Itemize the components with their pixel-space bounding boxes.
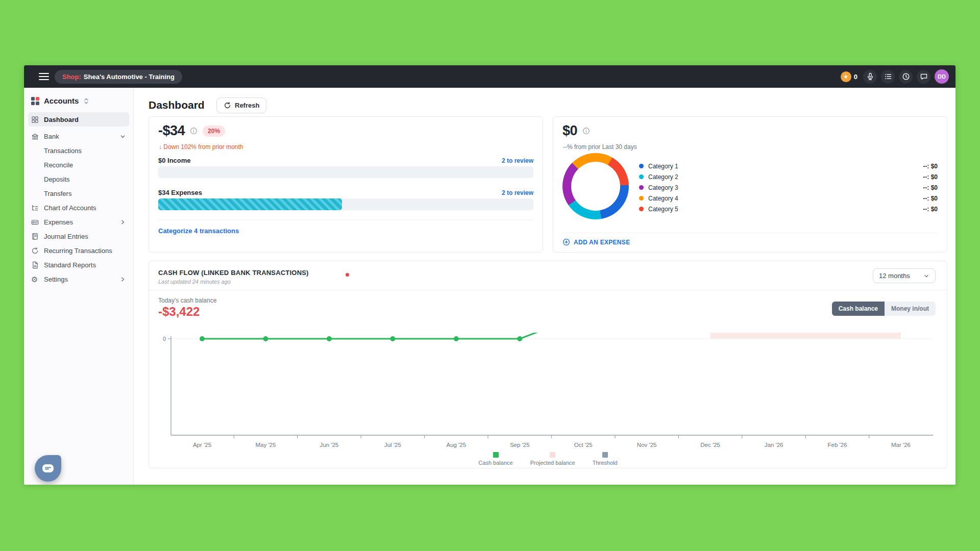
legend-item: Projected balance xyxy=(530,452,575,466)
income-review-link[interactable]: 2 to review xyxy=(502,157,533,164)
refresh-button[interactable]: Refresh xyxy=(216,97,266,113)
category-label: Category 1 xyxy=(648,163,678,170)
sidebar-item-settings[interactable]: ⚙Settings xyxy=(28,272,129,286)
category-dot xyxy=(639,196,644,201)
shop-selector[interactable]: Shop: Shea's Automotive - Training xyxy=(55,70,182,84)
clock-icon xyxy=(902,72,910,81)
page-title: Dashboard xyxy=(149,99,205,111)
topbar: Shop: Shea's Automotive - Training ★ 0 D… xyxy=(24,65,955,88)
legend-item: Cash balance xyxy=(478,452,512,466)
expense-subtitle: --% from prior Last 30 days xyxy=(563,143,637,151)
sidebar-item-label: Bank xyxy=(44,133,59,140)
sidebar-item-journal-entries[interactable]: Journal Entries xyxy=(28,229,129,243)
refresh-icon xyxy=(31,247,39,255)
expenses-review-link[interactable]: 2 to review xyxy=(502,189,533,196)
hamburger-menu-icon[interactable] xyxy=(39,73,49,80)
gear-icon: ⚙ xyxy=(31,276,39,283)
category-row: Category 1--: $0 xyxy=(639,161,938,171)
category-row: Category 3--: $0 xyxy=(639,182,938,193)
sidebar-item-chart-of-accounts[interactable]: Chart of Accounts xyxy=(28,201,129,215)
trend-text: ↓ Down 102% from prior month xyxy=(159,143,243,151)
chevron-down-icon xyxy=(923,273,929,279)
messages-button[interactable] xyxy=(917,70,930,84)
x-axis-tick-label: May '25 xyxy=(255,442,276,448)
cash-balance-point xyxy=(327,336,332,341)
income-label: $0 Income xyxy=(158,157,191,164)
shop-label: Shop: xyxy=(62,73,81,81)
refresh-label: Refresh xyxy=(235,102,259,109)
expense-breakdown-card: $0 --% from prior Last 30 days Category … xyxy=(553,116,947,253)
sidebar-item-deposits[interactable]: Deposits xyxy=(28,172,129,186)
chevron-right-icon xyxy=(119,276,126,283)
cashflow-updated: Last updated 24 minutes ago xyxy=(158,279,231,285)
main-content: Dashboard Refresh -$34 20% ↓ Down 102% f… xyxy=(134,88,955,485)
category-dot xyxy=(639,185,644,190)
legend-label: Cash balance xyxy=(478,460,512,466)
chevron-right-icon xyxy=(119,219,126,226)
category-value: --: $0 xyxy=(923,173,938,181)
category-value: --: $0 xyxy=(923,206,938,213)
grid-icon xyxy=(31,116,39,123)
category-row: Category 4--: $0 xyxy=(639,193,938,204)
tree-icon xyxy=(31,204,39,212)
coins-badge[interactable]: ★ 0 xyxy=(841,71,857,82)
legend-swatch xyxy=(493,452,499,458)
accounts-grid-icon xyxy=(31,97,39,105)
category-dot xyxy=(639,207,644,211)
cash-balance-point xyxy=(454,336,459,341)
sidebar-item-label: Reconcile xyxy=(44,161,73,169)
toggle-money-inout[interactable]: Money in/out xyxy=(885,302,936,316)
chevron-down-icon xyxy=(119,133,126,140)
category-row: Category 5--: $0 xyxy=(639,204,938,214)
x-axis-tick-label: Mar '26 xyxy=(891,442,911,448)
sidebar-item-bank[interactable]: Bank xyxy=(28,129,129,143)
sidebar-item-label: Recurring Transactions xyxy=(44,247,112,255)
plus-circle-icon xyxy=(562,238,570,246)
sidebar-item-label: Journal Entries xyxy=(44,233,88,240)
sidebar-item-transfers[interactable]: Transfers xyxy=(28,186,129,201)
category-row: Category 2--: $0 xyxy=(639,171,938,182)
tasks-button[interactable] xyxy=(881,70,895,84)
x-axis-tick-label: Oct '25 xyxy=(574,442,593,448)
sidebar-item-expenses[interactable]: Expenses xyxy=(28,215,129,229)
cashflow-chart-legend: Cash balanceProjected balanceThreshold xyxy=(149,452,947,466)
sidebar-header[interactable]: Accounts xyxy=(24,88,133,110)
sidebar-item-recurring-transactions[interactable]: Recurring Transactions xyxy=(28,243,129,258)
balance-label: Today's cash balance xyxy=(158,297,216,304)
category-legend: Category 1--: $0Category 2--: $0Category… xyxy=(639,161,938,214)
sidebar-item-label: Transactions xyxy=(44,147,82,155)
cashflow-title: CASH FLOW (LINKED BANK TRANSACTIONS) xyxy=(158,269,309,277)
x-axis-tick-label: Apr '25 xyxy=(193,442,211,448)
legend-item: Threshold xyxy=(593,452,618,466)
add-expense-link[interactable]: ADD AN EXPENSE xyxy=(562,238,630,246)
projected-balance-area xyxy=(710,333,901,339)
history-button[interactable] xyxy=(899,70,913,84)
chat-fab[interactable] xyxy=(35,455,61,482)
legend-label: Projected balance xyxy=(530,460,575,466)
sidebar: Accounts DashboardBankTransactionsReconc… xyxy=(24,88,134,485)
sidebar-nav: DashboardBankTransactionsReconcileDeposi… xyxy=(24,110,133,286)
shop-name: Shea's Automotive - Training xyxy=(84,73,175,81)
category-value: --: $0 xyxy=(923,184,938,191)
category-label: Category 2 xyxy=(648,173,678,181)
toggle-cash-balance[interactable]: Cash balance xyxy=(832,302,885,316)
range-select[interactable]: 12 months xyxy=(873,268,936,283)
microphone-button[interactable] xyxy=(863,70,877,84)
info-icon[interactable] xyxy=(190,127,198,135)
avatar[interactable]: DD xyxy=(935,69,949,84)
list-icon xyxy=(884,72,892,81)
sidebar-item-reconcile[interactable]: Reconcile xyxy=(28,158,129,172)
sidebar-item-dashboard[interactable]: Dashboard xyxy=(28,112,129,127)
sidebar-item-standard-reports[interactable]: Standard Reports xyxy=(28,258,129,272)
legend-label: Threshold xyxy=(593,460,618,466)
info-icon[interactable] xyxy=(582,127,590,135)
y-axis-tick-label: 0 xyxy=(163,336,166,342)
sidebar-item-transactions[interactable]: Transactions xyxy=(28,143,129,158)
x-axis-tick-label: Jan '26 xyxy=(765,442,783,448)
categorize-transactions-link[interactable]: Categorize 4 transactions xyxy=(158,227,239,235)
cash-balance-point xyxy=(200,336,205,341)
balance-value: -$3,422 xyxy=(158,305,200,319)
x-axis-tick-label: Nov '25 xyxy=(637,442,657,448)
range-value: 12 months xyxy=(879,272,910,280)
sort-chevrons-icon[interactable] xyxy=(83,97,89,105)
